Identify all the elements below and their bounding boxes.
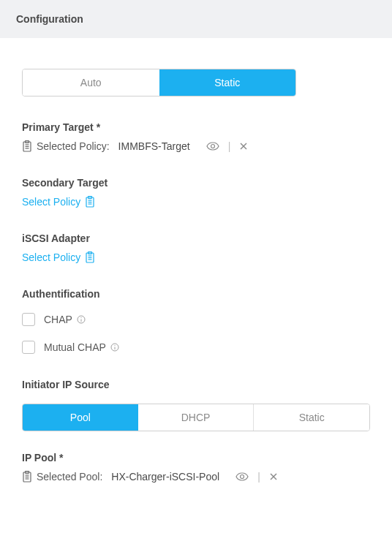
- clipboard-icon: [22, 471, 32, 483]
- action-divider: |: [228, 140, 231, 152]
- target-type-static[interactable]: Static: [159, 69, 296, 96]
- select-policy-text: Select Policy: [22, 251, 80, 263]
- initiator-tab-pool[interactable]: Pool: [23, 404, 138, 431]
- primary-target-selected: Selected Policy: IMMBFS-Target |: [22, 140, 370, 152]
- configuration-header: Configuration: [0, 0, 392, 38]
- secondary-target-label: Secondary Target: [22, 177, 370, 189]
- iscsi-adapter-label: iSCSI Adapter: [22, 232, 370, 244]
- configuration-content: Auto Static Primary Target * Selected Po…: [0, 38, 392, 507]
- ip-pool-selected: Selected Pool: HX-Charger-iSCSI-Pool |: [22, 471, 370, 483]
- svg-point-20: [80, 317, 81, 318]
- eye-icon[interactable]: [206, 142, 219, 151]
- header-title: Configuration: [16, 13, 83, 25]
- target-type-toggle: Auto Static: [22, 69, 296, 97]
- select-policy-text: Select Policy: [22, 196, 80, 208]
- ip-pool-actions: |: [235, 471, 278, 483]
- chap-checkbox[interactable]: [22, 313, 35, 326]
- target-type-auto[interactable]: Auto: [23, 69, 159, 96]
- ip-pool-value: HX-Charger-iSCSI-Pool: [111, 471, 219, 483]
- initiator-ip-tabs: Pool DHCP Static: [22, 404, 370, 431]
- svg-point-5: [211, 145, 214, 148]
- document-icon: [85, 196, 95, 208]
- initiator-ip-label: Initiator IP Source: [22, 379, 370, 390]
- mutual-chap-label: Mutual CHAP: [44, 341, 119, 353]
- svg-point-29: [241, 475, 244, 479]
- info-icon[interactable]: [110, 343, 119, 352]
- selected-policy-label: Selected Policy:: [37, 140, 110, 152]
- mutual-chap-checkbox[interactable]: [22, 341, 35, 354]
- initiator-tab-dhcp[interactable]: DHCP: [138, 404, 255, 431]
- close-icon[interactable]: [269, 472, 278, 481]
- authentication-label: Authentification: [22, 288, 370, 300]
- clipboard-icon: [22, 140, 32, 152]
- document-icon: [85, 251, 95, 263]
- primary-target-actions: |: [206, 140, 249, 152]
- chap-label-text: CHAP: [44, 314, 72, 325]
- iscsi-adapter-select[interactable]: Select Policy: [22, 251, 95, 263]
- chap-label: CHAP: [44, 314, 86, 325]
- close-icon[interactable]: [239, 142, 248, 151]
- info-icon[interactable]: [77, 315, 86, 324]
- ip-pool-label: IP Pool *: [22, 452, 370, 463]
- eye-icon[interactable]: [235, 472, 249, 481]
- mutual-chap-label-text: Mutual CHAP: [44, 341, 106, 353]
- primary-target-label: Primary Target *: [22, 121, 370, 133]
- chap-row: CHAP: [22, 313, 370, 326]
- svg-point-23: [114, 345, 115, 346]
- mutual-chap-row: Mutual CHAP: [22, 341, 370, 354]
- secondary-target-select[interactable]: Select Policy: [22, 196, 95, 208]
- action-divider: |: [257, 471, 260, 483]
- initiator-tab-static[interactable]: Static: [254, 404, 369, 431]
- primary-target-value: IMMBFS-Target: [118, 140, 190, 152]
- selected-pool-label: Selected Pool:: [37, 471, 102, 483]
